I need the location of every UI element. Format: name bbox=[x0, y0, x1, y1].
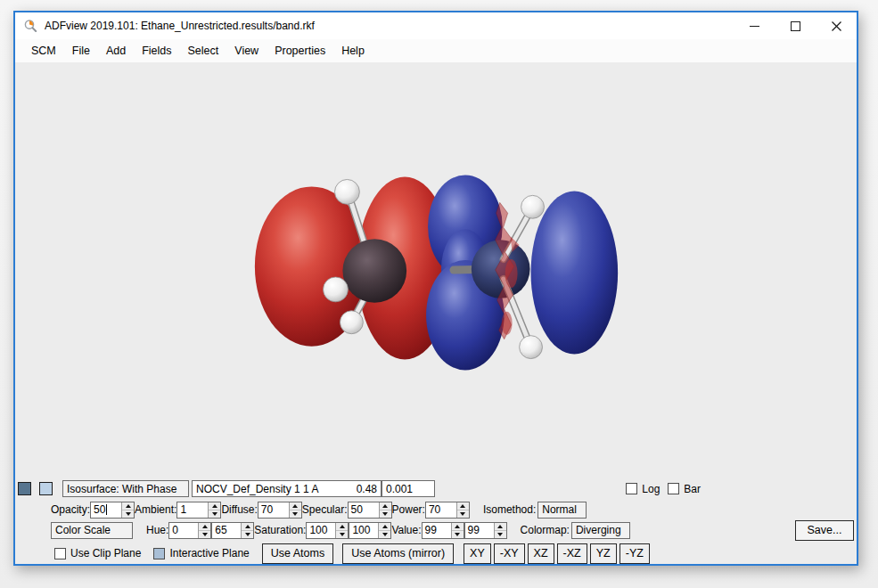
plane-button-neg-yz[interactable]: -YZ bbox=[620, 543, 650, 564]
menu-item-properties[interactable]: Properties bbox=[267, 41, 333, 61]
plane-xz-label: XZ bbox=[534, 547, 548, 559]
ambient-spin-arrows[interactable] bbox=[208, 502, 220, 518]
menu-item-help[interactable]: Help bbox=[333, 41, 373, 61]
interactive-plane-checkbox[interactable] bbox=[153, 548, 165, 559]
value-low-value[interactable]: 99 bbox=[425, 524, 437, 536]
plane-button-yz[interactable]: YZ bbox=[590, 543, 617, 564]
specular-value[interactable]: 50 bbox=[351, 503, 363, 516]
use-atoms-mirror-button[interactable]: Use Atoms (mirror) bbox=[342, 543, 454, 564]
value-label: Value: bbox=[391, 524, 421, 536]
close-button[interactable] bbox=[816, 12, 857, 39]
plane-button-xz[interactable]: XZ bbox=[528, 543, 554, 564]
field-name: NOCV_Def_Density 1 1 A bbox=[196, 483, 318, 495]
use-atoms-label: Use Atoms bbox=[271, 547, 324, 559]
viewport-3d[interactable] bbox=[15, 62, 857, 478]
saturation-low-arrows[interactable] bbox=[335, 523, 348, 538]
opacity-label: Opacity: bbox=[51, 503, 90, 516]
log-bar-group: Log Bar bbox=[626, 483, 701, 495]
clip-plane-row: Use Clip Plane Interactive Plane Use Ato… bbox=[15, 543, 857, 564]
plane-button-neg-xz[interactable]: -XZ bbox=[557, 543, 587, 564]
value-low-spinbox[interactable]: 99 bbox=[422, 522, 464, 539]
field-max-value: 0.48 bbox=[357, 483, 377, 495]
value-low-arrows[interactable] bbox=[451, 523, 464, 538]
hue-label: Hue: bbox=[146, 524, 168, 536]
power-spinbox[interactable]: 70 bbox=[425, 502, 470, 519]
hue-low-value[interactable]: 0 bbox=[172, 524, 178, 536]
colormap-label: Colormap: bbox=[521, 524, 570, 536]
window-controls bbox=[734, 12, 857, 39]
hydrogen-atom-1[interactable] bbox=[334, 179, 359, 204]
menu-item-select[interactable]: Select bbox=[180, 41, 227, 61]
hydrogen-atom-5[interactable] bbox=[520, 336, 543, 359]
maximize-button[interactable] bbox=[775, 12, 816, 39]
isosurface-visibility-indicator[interactable] bbox=[39, 482, 53, 495]
control-panel: Isosurface: With Phase NOCV_Def_Density … bbox=[15, 478, 857, 564]
saturation-high-arrows[interactable] bbox=[378, 523, 390, 538]
plane-button-xy[interactable]: XY bbox=[464, 543, 491, 564]
menubar: SCM File Add Fields Select View Properti… bbox=[15, 39, 857, 62]
molecule-render bbox=[15, 62, 857, 478]
menu-item-add[interactable]: Add bbox=[98, 41, 134, 61]
interactive-plane-label: Interactive Plane bbox=[169, 547, 249, 559]
saturation-high-value[interactable]: 100 bbox=[352, 524, 370, 536]
hydrogen-atom-3[interactable] bbox=[340, 311, 363, 334]
color-scale-dropdown[interactable]: Color Scale bbox=[51, 522, 133, 539]
isosurface-negative-outer-lobe bbox=[531, 191, 619, 354]
value-high-value[interactable]: 99 bbox=[468, 524, 480, 536]
isomethod-dropdown[interactable]: Normal bbox=[537, 502, 587, 519]
plane-xy-label: XY bbox=[470, 547, 485, 559]
shading-row: Opacity: 50 Ambient: 1 Diffuse: 70 Specu… bbox=[15, 501, 857, 519]
bar-checkbox[interactable] bbox=[668, 483, 679, 494]
ambient-value[interactable]: 1 bbox=[180, 503, 186, 516]
isovalue-text: 0.001 bbox=[386, 483, 413, 495]
menu-item-file[interactable]: File bbox=[64, 41, 98, 61]
opacity-value[interactable]: 50 bbox=[94, 503, 105, 516]
value-high-spinbox[interactable]: 99 bbox=[464, 522, 507, 539]
specular-spin-arrows[interactable] bbox=[379, 502, 391, 518]
hue-high-arrows[interactable] bbox=[241, 523, 253, 538]
saturation-high-spinbox[interactable]: 100 bbox=[349, 522, 391, 539]
adfview-window: ADFview 2019.101: Ethane_Unrestricted.re… bbox=[13, 11, 858, 566]
diffuse-spin-arrows[interactable] bbox=[289, 502, 301, 518]
ambient-spinbox[interactable]: 1 bbox=[176, 502, 221, 519]
saturation-low-value[interactable]: 100 bbox=[309, 524, 327, 536]
specular-label: Specular: bbox=[302, 503, 348, 516]
specular-spinbox[interactable]: 50 bbox=[348, 502, 392, 519]
use-atoms-button[interactable]: Use Atoms bbox=[262, 543, 333, 564]
log-checkbox[interactable] bbox=[626, 483, 637, 494]
power-value[interactable]: 70 bbox=[429, 503, 440, 516]
save-button[interactable]: Save... bbox=[795, 520, 854, 541]
menu-item-fields[interactable]: Fields bbox=[134, 41, 179, 61]
menu-item-scm[interactable]: SCM bbox=[23, 41, 64, 61]
field-selector-dropdown[interactable]: NOCV_Def_Density 1 1 A 0.48 bbox=[192, 480, 382, 497]
carbon-atom-left[interactable] bbox=[342, 239, 406, 303]
diffuse-value[interactable]: 70 bbox=[261, 503, 273, 516]
isosurface-type-dropdown[interactable]: Isosurface: With Phase bbox=[62, 480, 189, 497]
text-cursor bbox=[106, 504, 107, 515]
power-spin-arrows[interactable] bbox=[456, 502, 469, 518]
titlebar[interactable]: ADFview 2019.101: Ethane_Unrestricted.re… bbox=[15, 12, 857, 39]
isovalue-input[interactable]: 0.001 bbox=[382, 480, 435, 497]
hue-low-arrows[interactable] bbox=[198, 523, 210, 538]
colormap-dropdown[interactable]: Diverging bbox=[571, 522, 630, 539]
use-clip-plane-checkbox[interactable] bbox=[54, 548, 66, 559]
value-high-arrows[interactable] bbox=[494, 523, 506, 538]
hydrogen-atom-4[interactable] bbox=[521, 195, 545, 218]
diffuse-spinbox[interactable]: 70 bbox=[258, 502, 302, 519]
saturation-low-spinbox[interactable]: 100 bbox=[306, 522, 349, 539]
diffuse-label: Diffuse: bbox=[221, 503, 257, 516]
use-clip-plane-label: Use Clip Plane bbox=[70, 547, 141, 559]
isosurface-active-indicator[interactable] bbox=[18, 482, 31, 495]
hue-high-spinbox[interactable]: 65 bbox=[211, 522, 254, 539]
hue-high-value[interactable]: 65 bbox=[215, 524, 226, 536]
opacity-spinbox[interactable]: 50 bbox=[90, 502, 135, 519]
isomethod-value: Normal bbox=[542, 503, 577, 516]
hydrogen-atom-2[interactable] bbox=[324, 277, 349, 302]
plane-button-neg-xy[interactable]: -XY bbox=[494, 543, 525, 564]
magnifier-icon bbox=[23, 19, 38, 34]
plane-neg-xz-label: -XZ bbox=[563, 547, 581, 559]
minimize-button[interactable] bbox=[734, 12, 775, 39]
opacity-spin-arrows[interactable] bbox=[121, 502, 134, 518]
menu-item-view[interactable]: View bbox=[226, 41, 267, 61]
hue-low-spinbox[interactable]: 0 bbox=[168, 522, 211, 539]
